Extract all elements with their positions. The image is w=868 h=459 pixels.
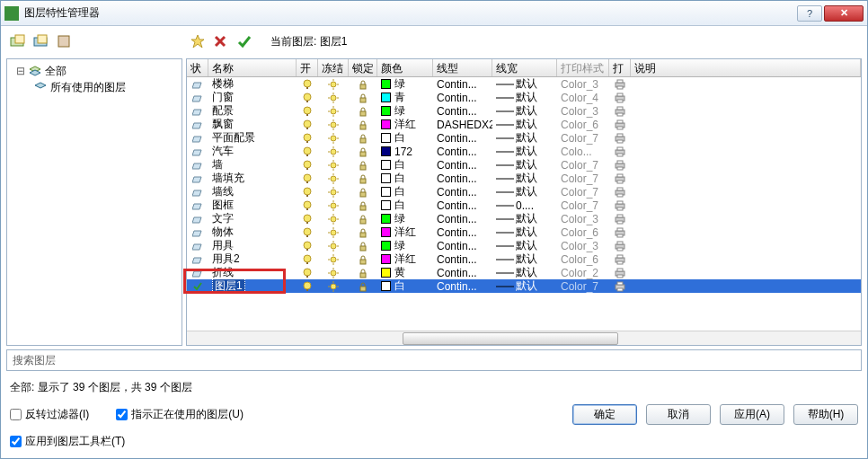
on-icon[interactable]	[297, 185, 318, 199]
freeze-icon[interactable]	[318, 212, 349, 225]
lw-cell[interactable]: 默认	[492, 172, 557, 185]
ltype-cell[interactable]: Contin...	[433, 199, 492, 212]
apply-toolbar-checkbox[interactable]: 应用到图层工具栏(T)	[10, 434, 125, 449]
col-color[interactable]: 颜色	[377, 59, 433, 76]
plot-icon[interactable]	[609, 158, 631, 172]
close-button[interactable]: ✕	[824, 5, 864, 22]
col-name[interactable]: 名称	[208, 59, 297, 76]
freeze-icon[interactable]	[318, 118, 349, 131]
desc-cell[interactable]	[631, 252, 861, 266]
plot-icon[interactable]	[609, 225, 631, 239]
lw-cell[interactable]: 默认	[492, 104, 557, 118]
lw-cell[interactable]: 默认	[492, 279, 557, 293]
scroll-thumb[interactable]	[403, 332, 618, 345]
ltype-cell[interactable]: Contin...	[433, 158, 492, 172]
ps-cell[interactable]: Color_3	[557, 77, 609, 91]
lock-icon[interactable]	[349, 239, 377, 252]
desc-cell[interactable]	[631, 104, 861, 118]
freeze-icon[interactable]	[318, 239, 349, 252]
table-row[interactable]: 图层1白Contin...默认Color_7	[187, 279, 861, 293]
freeze-icon[interactable]	[318, 279, 349, 293]
desc-cell[interactable]	[631, 77, 861, 91]
desc-cell[interactable]	[631, 279, 861, 293]
freeze-icon[interactable]	[318, 131, 349, 145]
on-icon[interactable]	[297, 199, 318, 212]
lw-cell[interactable]: 默认	[492, 212, 557, 225]
layer-name-cell[interactable]: 物体	[208, 225, 297, 239]
ps-cell[interactable]: Color_4	[557, 91, 609, 104]
color-cell[interactable]: 青	[377, 91, 433, 104]
lw-cell[interactable]: 默认	[492, 185, 557, 199]
ltype-cell[interactable]: Contin...	[433, 91, 492, 104]
table-row[interactable]: 图框白Contin...0....Color_7	[187, 199, 861, 212]
color-cell[interactable]: 白	[377, 279, 433, 293]
lock-icon[interactable]	[349, 252, 377, 266]
ps-cell[interactable]: Color_7	[557, 185, 609, 199]
ltype-cell[interactable]: Contin...	[433, 266, 492, 279]
layer-name-cell[interactable]: 墙填充	[208, 172, 297, 185]
col-plot[interactable]: 打	[609, 59, 631, 76]
layer-name-cell[interactable]: 配景	[208, 104, 297, 118]
plot-icon[interactable]	[609, 212, 631, 225]
ps-cell[interactable]: Color_2	[557, 266, 609, 279]
on-icon[interactable]	[297, 158, 318, 172]
layer-name-cell[interactable]: 图框	[208, 199, 297, 212]
freeze-icon[interactable]	[318, 225, 349, 239]
layer-name-cell[interactable]: 平面配景	[208, 131, 297, 145]
lw-cell[interactable]: 默认	[492, 158, 557, 172]
plot-icon[interactable]	[609, 185, 631, 199]
on-icon[interactable]	[297, 145, 318, 158]
lock-icon[interactable]	[349, 185, 377, 199]
lw-cell[interactable]: 默认	[492, 118, 557, 131]
ltype-cell[interactable]: Contin...	[433, 131, 492, 145]
search-input[interactable]: 搜索图层	[6, 349, 862, 371]
lock-icon[interactable]	[349, 77, 377, 91]
table-row[interactable]: 墙线白Contin...默认Color_7	[187, 185, 861, 199]
color-cell[interactable]: 绿	[377, 77, 433, 91]
help-button-footer[interactable]: 帮助(H)	[793, 404, 858, 425]
plot-icon[interactable]	[609, 252, 631, 266]
ltype-cell[interactable]: Contin...	[433, 212, 492, 225]
on-icon[interactable]	[297, 266, 318, 279]
lw-cell[interactable]: 0....	[492, 199, 557, 212]
freeze-icon[interactable]	[318, 185, 349, 199]
plot-icon[interactable]	[609, 131, 631, 145]
on-icon[interactable]	[297, 279, 318, 293]
apply-button[interactable]: 应用(A)	[720, 404, 784, 425]
table-row[interactable]: 墙白Contin...默认Color_7	[187, 158, 861, 172]
layer-name-cell[interactable]: 用具2	[208, 252, 297, 266]
col-ps[interactable]: 打印样式	[557, 59, 609, 76]
layer-name-cell[interactable]: 飘窗	[208, 118, 297, 131]
layer-name-cell[interactable]: 墙线	[208, 185, 297, 199]
lw-cell[interactable]: 默认	[492, 131, 557, 145]
lock-icon[interactable]	[349, 266, 377, 279]
cancel-button[interactable]: 取消	[646, 404, 711, 425]
color-cell[interactable]: 洋红	[377, 225, 433, 239]
ltype-cell[interactable]: Contin...	[433, 185, 492, 199]
lock-icon[interactable]	[349, 131, 377, 145]
col-on[interactable]: 开	[297, 59, 318, 76]
lock-icon[interactable]	[349, 225, 377, 239]
lock-icon[interactable]	[349, 118, 377, 131]
tree-child[interactable]: 所有使用的图层	[9, 79, 180, 95]
plot-icon[interactable]	[609, 91, 631, 104]
on-icon[interactable]	[297, 225, 318, 239]
lw-cell[interactable]: 默认	[492, 145, 557, 158]
ltype-cell[interactable]: Contin...	[433, 225, 492, 239]
desc-cell[interactable]	[631, 199, 861, 212]
layer-name-cell[interactable]: 楼梯	[208, 77, 297, 91]
lw-cell[interactable]: 默认	[492, 77, 557, 91]
invert-filter-checkbox[interactable]: 反转过滤器(I)	[10, 407, 89, 422]
ltype-cell[interactable]: DASHEDX2	[433, 118, 492, 131]
lock-icon[interactable]	[349, 91, 377, 104]
filter-tree[interactable]: ⊟ 全部 所有使用的图层	[6, 58, 182, 346]
lock-icon[interactable]	[349, 279, 377, 293]
table-row[interactable]: 折线黄Contin...默认Color_2	[187, 266, 861, 279]
lock-icon[interactable]	[349, 199, 377, 212]
ok-button[interactable]: 确定	[572, 404, 637, 425]
table-row[interactable]: 物体洋红Contin...默认Color_6	[187, 225, 861, 239]
ltype-cell[interactable]: Contin...	[433, 252, 492, 266]
layer-name-cell[interactable]: 折线	[208, 266, 297, 279]
ps-cell[interactable]: Color_6	[557, 118, 609, 131]
grid-body[interactable]: 楼梯绿Contin...默认Color_3门窗青Contin...默认Color…	[187, 77, 861, 331]
